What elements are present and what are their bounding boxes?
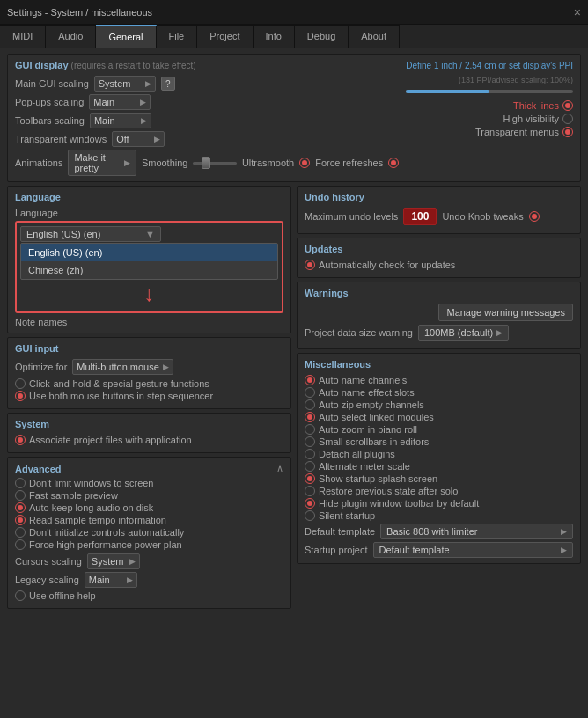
- tab-bar: MIDI Audio General File Project Info Deb…: [0, 25, 588, 48]
- toolbars-scaling-label: Toolbars scaling: [15, 115, 85, 126]
- misc-opt11-radio[interactable]: [305, 498, 315, 509]
- misc-opt4: Auto select linked modules: [305, 412, 573, 422]
- high-visibility-row: High visibility: [406, 114, 573, 124]
- animations-row: Animations Make it pretty ▶ Smoothing Ul…: [15, 150, 399, 176]
- auto-check-label: Automatically check for updates: [319, 260, 455, 270]
- tab-midi[interactable]: MIDI: [0, 25, 46, 48]
- tab-debug[interactable]: Debug: [295, 25, 349, 48]
- transparent-menus-label: Transparent menus: [475, 127, 559, 137]
- tab-audio[interactable]: Audio: [46, 25, 96, 48]
- popups-scaling-dropdown[interactable]: Main ▶: [89, 94, 151, 110]
- transparent-windows-dropdown[interactable]: Off ▶: [112, 131, 165, 147]
- language-row: Language: [15, 208, 283, 218]
- gui-display-title: GUI display (requires a restart to take …: [15, 60, 399, 70]
- misc-opt10: Restore previous state after solo: [305, 486, 573, 496]
- project-data-size-dropdown[interactable]: 100MB (default) ▶: [418, 325, 509, 341]
- misc-opt9: Show startup splash screen: [305, 473, 573, 484]
- thick-lines-radio[interactable]: [562, 100, 573, 111]
- close-button[interactable]: ×: [574, 5, 581, 19]
- gui-option2-label: Use both mouse buttons in step sequencer: [29, 391, 213, 401]
- legacy-scaling-dropdown[interactable]: Main ▶: [85, 572, 137, 588]
- misc-opt6-radio[interactable]: [305, 436, 315, 447]
- popups-scaling-label: Pop-ups scaling: [15, 97, 84, 107]
- high-visibility-radio[interactable]: [562, 114, 573, 124]
- miscellaneous-section: Miscellaneous Auto name channels Auto na…: [297, 353, 581, 564]
- tab-info[interactable]: Info: [254, 25, 295, 48]
- misc-opt7-radio[interactable]: [305, 449, 315, 459]
- misc-opt3-radio[interactable]: [305, 399, 315, 410]
- system-title: System: [15, 419, 283, 429]
- undo-levels-label: Maximum undo levels: [305, 211, 398, 222]
- tab-general[interactable]: General: [96, 25, 156, 48]
- tab-file[interactable]: File: [157, 25, 198, 48]
- misc-opt4-label: Auto select linked modules: [319, 412, 434, 422]
- warnings-title: Warnings: [305, 288, 573, 298]
- advanced-opt6-radio[interactable]: [15, 539, 26, 550]
- misc-opt5-radio[interactable]: [305, 424, 315, 435]
- tab-project[interactable]: Project: [197, 25, 253, 48]
- default-template-label: Default template: [305, 526, 375, 537]
- misc-opt8-radio[interactable]: [305, 461, 315, 472]
- main-gui-scaling-dropdown[interactable]: System ▶: [94, 76, 156, 92]
- cursors-scaling-label: Cursors scaling: [15, 556, 82, 567]
- misc-opt12-radio[interactable]: [305, 510, 315, 521]
- auto-check-radio[interactable]: [305, 260, 315, 270]
- associate-files-radio[interactable]: [15, 435, 26, 445]
- smoothing-label: Smoothing: [142, 158, 188, 168]
- advanced-opt4-radio[interactable]: [15, 515, 26, 525]
- optimize-dropdown[interactable]: Multi-button mouse ▶: [72, 359, 173, 375]
- default-template-row: Default template Basic 808 with limiter …: [305, 524, 573, 539]
- help-button[interactable]: ?: [161, 77, 175, 91]
- toolbars-scaling-dropdown[interactable]: Main ▶: [90, 113, 151, 128]
- smoothing-slider[interactable]: [193, 157, 236, 169]
- undo-knob-label: Undo Knob tweaks: [442, 211, 523, 222]
- misc-opt2: Auto name effect slots: [305, 387, 573, 398]
- misc-opt9-radio[interactable]: [305, 473, 315, 484]
- undo-knob-radio[interactable]: [529, 211, 540, 222]
- language-option-zh[interactable]: Chinese (zh): [21, 261, 277, 279]
- misc-opt6: Small scrollbars in editors: [305, 436, 573, 447]
- gui-option1-radio[interactable]: [15, 378, 26, 389]
- right-column: Undo history Maximum undo levels 100 Und…: [297, 186, 581, 609]
- ultrasmooth-radio[interactable]: [299, 158, 310, 168]
- tab-about[interactable]: About: [349, 25, 400, 48]
- gui-option2-radio[interactable]: [15, 391, 26, 401]
- misc-opt9-label: Show startup splash screen: [319, 473, 437, 484]
- ppi-subtext: (131 PPI/advised scaling: 100%): [459, 76, 573, 84]
- advanced-opt4: Read sample tempo information: [15, 515, 283, 525]
- offline-help-radio[interactable]: [15, 590, 26, 601]
- transparent-menus-row: Transparent menus: [406, 127, 573, 137]
- cursors-scaling-dropdown[interactable]: System ▶: [87, 553, 140, 569]
- default-template-dropdown[interactable]: Basic 808 with limiter ▶: [380, 524, 573, 539]
- manage-warnings-button[interactable]: Manage warning messages: [438, 304, 573, 321]
- misc-opt7-label: Detach all plugins: [319, 449, 395, 459]
- misc-opt5: Auto zoom in piano roll: [305, 424, 573, 435]
- misc-opt4-radio[interactable]: [305, 412, 315, 422]
- advanced-opt3-radio[interactable]: [15, 502, 26, 513]
- project-data-size-row: Project data size warning 100MB (default…: [305, 325, 573, 341]
- transparent-menus-radio[interactable]: [562, 127, 573, 137]
- misc-opt1: Auto name channels: [305, 375, 573, 385]
- language-option-en[interactable]: English (US) (en): [21, 244, 277, 261]
- force-refreshes-radio[interactable]: [388, 158, 399, 168]
- cursors-scaling-row: Cursors scaling System ▶: [15, 553, 283, 569]
- undo-levels-value[interactable]: 100: [403, 208, 437, 225]
- misc-opt10-radio[interactable]: [305, 486, 315, 496]
- advanced-opt3: Auto keep long audio on disk: [15, 502, 283, 513]
- offline-help-label: Use offline help: [29, 590, 96, 601]
- language-dropdown[interactable]: English (US) (en) ▼: [20, 226, 161, 242]
- misc-opt7: Detach all plugins: [305, 449, 573, 459]
- optimize-label: Optimize for: [15, 362, 67, 372]
- advanced-opt2-radio[interactable]: [15, 490, 26, 501]
- misc-opt1-radio[interactable]: [305, 375, 315, 385]
- advanced-opt5-radio[interactable]: [15, 527, 26, 538]
- misc-opt12: Silent startup: [305, 510, 573, 521]
- advanced-opt5-label: Don't initialize controls automatically: [29, 527, 184, 538]
- advanced-collapse-icon[interactable]: ∧: [276, 463, 283, 474]
- advanced-opt1-radio[interactable]: [15, 478, 26, 488]
- misc-opt2-radio[interactable]: [305, 387, 315, 398]
- animations-dropdown[interactable]: Make it pretty ▶: [68, 150, 136, 176]
- updates-section: Updates Automatically check for updates: [297, 238, 581, 278]
- startup-project-dropdown[interactable]: Default template ▶: [373, 542, 573, 558]
- legacy-scaling-row: Legacy scaling Main ▶: [15, 572, 283, 588]
